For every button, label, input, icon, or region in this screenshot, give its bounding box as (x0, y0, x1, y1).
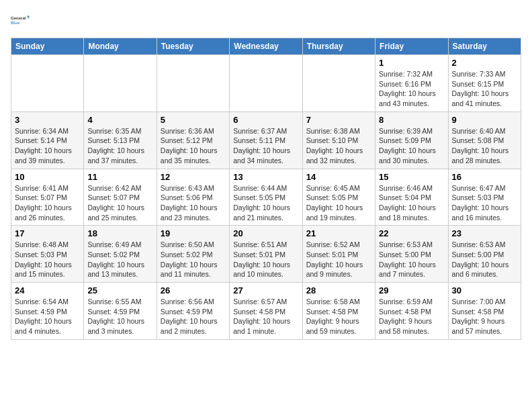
logo-icon: GeneralBlue (11, 11, 30, 30)
calendar-cell: 15Sunrise: 6:46 AMSunset: 5:04 PMDayligh… (375, 169, 448, 226)
svg-text:Blue: Blue (11, 21, 20, 25)
logo: GeneralBlue (11, 11, 30, 30)
cell-day-number: 30 (452, 285, 517, 295)
calendar-week-row: 17Sunrise: 6:48 AMSunset: 5:03 PMDayligh… (11, 226, 521, 283)
cell-info: Sunrise: 7:33 AMSunset: 6:15 PMDaylight:… (452, 69, 517, 109)
calendar-cell: 6Sunrise: 6:37 AMSunset: 5:11 PMDaylight… (230, 111, 302, 169)
cell-day-number: 6 (233, 115, 298, 125)
calendar-cell: 23Sunrise: 6:53 AMSunset: 5:00 PMDayligh… (448, 226, 521, 283)
calendar-cell: 22Sunrise: 6:53 AMSunset: 5:00 PMDayligh… (375, 226, 448, 283)
cell-day-number: 15 (379, 172, 444, 182)
calendar-cell: 26Sunrise: 6:56 AMSunset: 4:59 PMDayligh… (157, 283, 229, 340)
cell-day-number: 23 (452, 228, 517, 238)
calendar-cell: 20Sunrise: 6:51 AMSunset: 5:01 PMDayligh… (230, 226, 302, 283)
calendar-cell: 18Sunrise: 6:49 AMSunset: 5:02 PMDayligh… (84, 226, 157, 283)
calendar-cell: 2Sunrise: 7:33 AMSunset: 6:15 PMDaylight… (448, 55, 521, 112)
calendar-cell (11, 55, 84, 112)
calendar-cell: 10Sunrise: 6:41 AMSunset: 5:07 PMDayligh… (11, 169, 84, 226)
calendar-cell: 30Sunrise: 7:00 AMSunset: 4:58 PMDayligh… (448, 283, 521, 340)
cell-day-number: 18 (87, 228, 152, 238)
svg-text:General: General (11, 16, 26, 20)
cell-day-number: 2 (452, 58, 517, 68)
cell-info: Sunrise: 6:37 AMSunset: 5:11 PMDaylight:… (233, 126, 298, 166)
cell-day-number: 28 (306, 285, 371, 295)
cell-info: Sunrise: 6:43 AMSunset: 5:06 PMDaylight:… (161, 183, 226, 223)
cell-day-number: 21 (306, 228, 371, 238)
cell-info: Sunrise: 6:35 AMSunset: 5:13 PMDaylight:… (87, 126, 152, 166)
cell-day-number: 12 (161, 172, 226, 182)
calendar-cell: 11Sunrise: 6:42 AMSunset: 5:07 PMDayligh… (84, 169, 157, 226)
calendar-cell: 28Sunrise: 6:58 AMSunset: 4:58 PMDayligh… (302, 283, 375, 340)
cell-info: Sunrise: 6:40 AMSunset: 5:08 PMDaylight:… (452, 126, 517, 166)
calendar-header-row: SundayMondayTuesdayWednesdayThursdayFrid… (11, 38, 521, 55)
calendar-cell (157, 55, 229, 112)
cell-info: Sunrise: 6:36 AMSunset: 5:12 PMDaylight:… (161, 126, 226, 166)
cell-info: Sunrise: 6:42 AMSunset: 5:07 PMDaylight:… (87, 183, 152, 223)
cell-info: Sunrise: 6:49 AMSunset: 5:02 PMDaylight:… (87, 240, 152, 279)
col-header-wednesday: Wednesday (230, 38, 302, 55)
cell-day-number: 20 (233, 228, 298, 238)
calendar-week-row: 10Sunrise: 6:41 AMSunset: 5:07 PMDayligh… (11, 169, 521, 226)
calendar-cell: 3Sunrise: 6:34 AMSunset: 5:14 PMDaylight… (11, 111, 84, 169)
cell-info: Sunrise: 6:39 AMSunset: 5:09 PMDaylight:… (379, 126, 444, 166)
cell-info: Sunrise: 6:56 AMSunset: 4:59 PMDaylight:… (161, 297, 226, 336)
calendar-cell (230, 55, 302, 112)
cell-day-number: 5 (161, 115, 226, 125)
calendar-cell: 21Sunrise: 6:52 AMSunset: 5:01 PMDayligh… (302, 226, 375, 283)
calendar-cell: 24Sunrise: 6:54 AMSunset: 4:59 PMDayligh… (11, 283, 84, 340)
calendar-cell: 27Sunrise: 6:57 AMSunset: 4:58 PMDayligh… (230, 283, 302, 340)
cell-info: Sunrise: 6:45 AMSunset: 5:05 PMDaylight:… (306, 183, 371, 223)
cell-info: Sunrise: 6:55 AMSunset: 4:59 PMDaylight:… (87, 297, 152, 336)
cell-info: Sunrise: 6:53 AMSunset: 5:00 PMDaylight:… (379, 240, 444, 279)
cell-day-number: 16 (452, 172, 517, 182)
cell-day-number: 1 (379, 58, 444, 68)
calendar-cell: 4Sunrise: 6:35 AMSunset: 5:13 PMDaylight… (84, 111, 157, 169)
col-header-monday: Monday (84, 38, 157, 55)
calendar-cell: 29Sunrise: 6:59 AMSunset: 4:58 PMDayligh… (375, 283, 448, 340)
calendar-week-row: 3Sunrise: 6:34 AMSunset: 5:14 PMDaylight… (11, 111, 521, 169)
cell-info: Sunrise: 6:54 AMSunset: 4:59 PMDaylight:… (15, 297, 80, 336)
cell-info: Sunrise: 6:34 AMSunset: 5:14 PMDaylight:… (15, 126, 80, 166)
cell-day-number: 3 (15, 115, 80, 125)
cell-day-number: 29 (379, 285, 444, 295)
page-header: GeneralBlue (11, 11, 521, 30)
cell-day-number: 4 (87, 115, 152, 125)
cell-day-number: 9 (452, 115, 517, 125)
col-header-tuesday: Tuesday (157, 38, 229, 55)
cell-day-number: 25 (87, 285, 152, 295)
cell-info: Sunrise: 6:57 AMSunset: 4:58 PMDaylight:… (233, 297, 298, 336)
calendar-table: SundayMondayTuesdayWednesdayThursdayFrid… (11, 38, 521, 340)
cell-info: Sunrise: 6:53 AMSunset: 5:00 PMDaylight:… (452, 240, 517, 279)
cell-info: Sunrise: 7:00 AMSunset: 4:58 PMDaylight:… (452, 297, 517, 336)
cell-day-number: 8 (379, 115, 444, 125)
cell-info: Sunrise: 6:58 AMSunset: 4:58 PMDaylight:… (306, 297, 371, 336)
cell-day-number: 22 (379, 228, 444, 238)
calendar-cell: 13Sunrise: 6:44 AMSunset: 5:05 PMDayligh… (230, 169, 302, 226)
calendar-cell: 25Sunrise: 6:55 AMSunset: 4:59 PMDayligh… (84, 283, 157, 340)
cell-day-number: 13 (233, 172, 298, 182)
calendar-cell: 8Sunrise: 6:39 AMSunset: 5:09 PMDaylight… (375, 111, 448, 169)
cell-info: Sunrise: 7:32 AMSunset: 6:16 PMDaylight:… (379, 69, 444, 109)
cell-day-number: 24 (15, 285, 80, 295)
cell-info: Sunrise: 6:50 AMSunset: 5:02 PMDaylight:… (161, 240, 226, 279)
cell-info: Sunrise: 6:38 AMSunset: 5:10 PMDaylight:… (306, 126, 371, 166)
calendar-cell: 16Sunrise: 6:47 AMSunset: 5:03 PMDayligh… (448, 169, 521, 226)
cell-day-number: 11 (87, 172, 152, 182)
cell-info: Sunrise: 6:51 AMSunset: 5:01 PMDaylight:… (233, 240, 298, 279)
cell-info: Sunrise: 6:59 AMSunset: 4:58 PMDaylight:… (379, 297, 444, 336)
cell-day-number: 17 (15, 228, 80, 238)
cell-day-number: 19 (161, 228, 226, 238)
col-header-saturday: Saturday (448, 38, 521, 55)
calendar-week-row: 1Sunrise: 7:32 AMSunset: 6:16 PMDaylight… (11, 55, 521, 112)
calendar-week-row: 24Sunrise: 6:54 AMSunset: 4:59 PMDayligh… (11, 283, 521, 340)
cell-info: Sunrise: 6:41 AMSunset: 5:07 PMDaylight:… (15, 183, 80, 223)
calendar-cell: 1Sunrise: 7:32 AMSunset: 6:16 PMDaylight… (375, 55, 448, 112)
calendar-cell (302, 55, 375, 112)
calendar-cell: 19Sunrise: 6:50 AMSunset: 5:02 PMDayligh… (157, 226, 229, 283)
cell-info: Sunrise: 6:46 AMSunset: 5:04 PMDaylight:… (379, 183, 444, 223)
col-header-friday: Friday (375, 38, 448, 55)
cell-info: Sunrise: 6:44 AMSunset: 5:05 PMDaylight:… (233, 183, 298, 223)
cell-day-number: 10 (15, 172, 80, 182)
calendar-cell: 14Sunrise: 6:45 AMSunset: 5:05 PMDayligh… (302, 169, 375, 226)
cell-info: Sunrise: 6:47 AMSunset: 5:03 PMDaylight:… (452, 183, 517, 223)
